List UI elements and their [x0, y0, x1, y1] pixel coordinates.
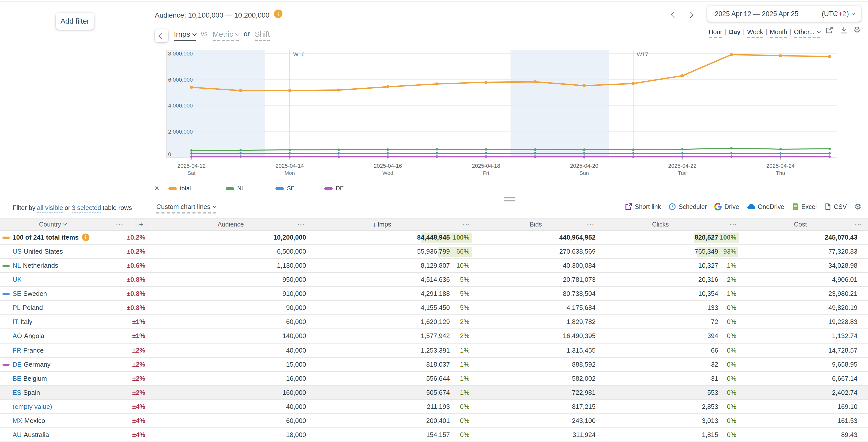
info-icon[interactable]: i: [274, 9, 282, 18]
legend-item-total[interactable]: total: [168, 185, 191, 191]
country-code[interactable]: UK: [12, 276, 22, 283]
custom-chart-lines-dropdown[interactable]: Custom chart lines: [156, 203, 216, 213]
data-point[interactable]: [632, 156, 634, 158]
data-point[interactable]: [779, 156, 782, 158]
table-row[interactable]: 100 of 241 total itemsi±0.2%10,200,00084…: [0, 231, 868, 245]
data-point[interactable]: [681, 148, 684, 151]
country-code[interactable]: NL: [12, 262, 21, 269]
column-header-cost[interactable]: Cost: [740, 218, 861, 230]
column-header-country[interactable]: Country: [0, 218, 105, 230]
data-point[interactable]: [583, 148, 586, 151]
granularity-tab-hour[interactable]: Hour: [709, 29, 722, 38]
data-point[interactable]: [583, 156, 586, 158]
table-row[interactable]: AOAngola±1%140,0001,577,9422%16,490,3953…: [0, 329, 868, 343]
data-point[interactable]: [632, 82, 635, 85]
gear-icon[interactable]: ⚙: [854, 25, 861, 35]
filter-all-visible-link[interactable]: all visible: [37, 204, 63, 213]
download-icon[interactable]: [840, 26, 848, 36]
data-point[interactable]: [779, 148, 782, 150]
data-point[interactable]: [436, 152, 438, 155]
data-point[interactable]: [386, 156, 389, 158]
data-point[interactable]: [828, 148, 831, 150]
data-point[interactable]: [534, 148, 536, 151]
data-point[interactable]: [534, 152, 536, 155]
column-header-clicks[interactable]: Clicks: [599, 218, 722, 230]
data-point[interactable]: [338, 152, 340, 155]
data-point[interactable]: [386, 152, 389, 155]
granularity-tab-week[interactable]: Week: [747, 29, 763, 38]
country-code[interactable]: IT: [12, 318, 18, 326]
data-point[interactable]: [632, 152, 634, 155]
legend-item-DE[interactable]: DE: [324, 185, 344, 191]
data-point[interactable]: [240, 155, 242, 158]
data-point[interactable]: [436, 148, 438, 151]
column-header-audience[interactable]: Audience: [151, 218, 311, 230]
date-range-picker[interactable]: 2025 Apr 12 — 2025 Apr 25 (UTC +2 ): [707, 5, 861, 22]
drive-button[interactable]: Drive: [714, 203, 739, 210]
onedrive-button[interactable]: OneDrive: [747, 203, 784, 210]
granularity-tab-day[interactable]: Day: [729, 29, 741, 37]
country-code[interactable]: US: [12, 248, 22, 255]
data-point[interactable]: [338, 148, 340, 151]
data-point[interactable]: [828, 55, 831, 58]
data-point[interactable]: [288, 89, 291, 92]
cost-column-menu[interactable]: ···: [855, 218, 863, 230]
legend-item-NL[interactable]: NL: [226, 185, 245, 191]
table-row[interactable]: PLPoland±0.8%90,0004,155,4505%4,175,6841…: [0, 301, 868, 315]
country-column-menu[interactable]: ···: [116, 218, 124, 230]
excel-button[interactable]: Excel: [792, 203, 817, 210]
table-row[interactable]: SESweden±0.8%910,0004,291,1885%80,738,50…: [0, 287, 868, 301]
data-point[interactable]: [190, 149, 193, 152]
country-code[interactable]: ES: [12, 388, 21, 396]
legend-item-SE[interactable]: SE: [275, 185, 295, 191]
data-point[interactable]: [436, 156, 438, 158]
data-point[interactable]: [485, 152, 487, 155]
resize-handle[interactable]: [504, 197, 515, 203]
imps-column-menu[interactable]: ···: [463, 218, 470, 230]
data-point[interactable]: [681, 74, 684, 77]
bids-column-menu[interactable]: ···: [587, 218, 595, 230]
data-point[interactable]: [240, 152, 242, 155]
table-row[interactable]: FRFrance±2%40,0001,253,3911%1,315,455660…: [0, 343, 868, 358]
close-icon[interactable]: ✕: [154, 185, 159, 192]
date-next-button[interactable]: [688, 10, 692, 19]
data-point[interactable]: [288, 152, 291, 155]
data-point[interactable]: [190, 156, 193, 158]
data-point[interactable]: [485, 148, 487, 151]
data-point[interactable]: [239, 89, 242, 92]
shift-option[interactable]: Shift: [255, 30, 270, 41]
data-point[interactable]: [681, 152, 684, 155]
country-code[interactable]: AU: [12, 431, 22, 439]
data-point[interactable]: [681, 156, 684, 158]
data-point[interactable]: [730, 147, 733, 149]
audience-column-menu[interactable]: ···: [298, 218, 305, 230]
data-point[interactable]: [534, 156, 536, 158]
info-icon[interactable]: i: [82, 234, 89, 241]
open-in-new-icon[interactable]: [825, 26, 833, 36]
country-code[interactable]: MX: [12, 417, 22, 424]
data-point[interactable]: [828, 156, 831, 158]
data-point[interactable]: [386, 148, 389, 151]
data-point[interactable]: [779, 54, 782, 57]
series-line-SE[interactable]: [191, 153, 830, 154]
data-point[interactable]: [190, 86, 193, 89]
column-header-bids[interactable]: Bids: [472, 218, 599, 230]
column-header-imps[interactable]: ↓Imps: [311, 218, 453, 230]
compare-metric-dropdown[interactable]: Metric: [213, 30, 239, 41]
table-row[interactable]: MXMexico±4%60,000200,4010%243,1003,0130%…: [0, 414, 868, 428]
country-code[interactable]: DE: [12, 361, 22, 368]
country-code[interactable]: PL: [12, 304, 21, 312]
country-code[interactable]: BE: [12, 374, 21, 382]
country-code[interactable]: FR: [12, 346, 21, 354]
table-row[interactable]: USUnited States±0.2%6,500,00055,936,7996…: [0, 245, 868, 259]
data-point[interactable]: [337, 89, 340, 92]
data-point[interactable]: [583, 84, 586, 87]
data-point[interactable]: [190, 152, 193, 155]
country-code[interactable]: AO: [12, 332, 22, 340]
date-prev-button[interactable]: [672, 10, 677, 19]
series-line-DE[interactable]: [191, 157, 830, 157]
data-point[interactable]: [632, 148, 634, 151]
scheduler-button[interactable]: Scheduler: [669, 203, 707, 210]
primary-metric-dropdown[interactable]: Imps: [174, 30, 196, 41]
data-point[interactable]: [485, 156, 487, 158]
